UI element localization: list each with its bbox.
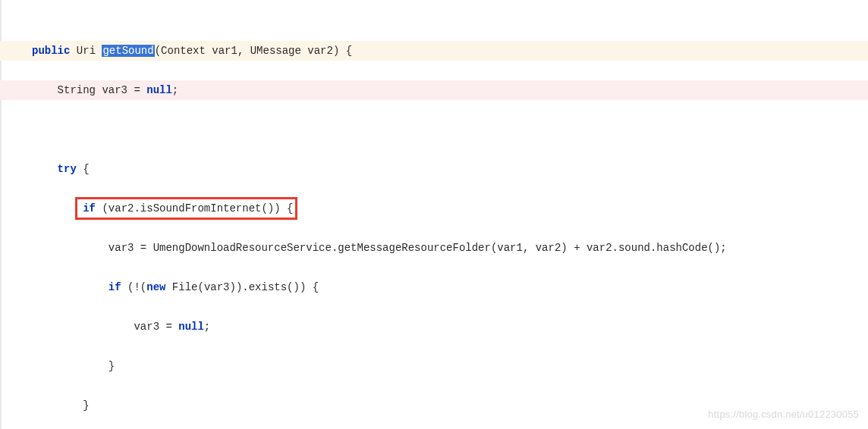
keyword-new: new	[146, 281, 165, 293]
text: (!(	[121, 281, 147, 293]
text: var3 =	[134, 321, 178, 333]
semicolon: ;	[172, 84, 178, 96]
code-line: String var3 = null;	[0, 80, 868, 100]
return-type: Uri	[77, 45, 96, 57]
condition-text: (var2.isSoundFromInternet()) {	[96, 202, 293, 214]
brace: {	[77, 163, 90, 175]
semicolon: ;	[204, 321, 210, 333]
brace: }	[83, 399, 89, 412]
keyword-public: public	[32, 45, 70, 57]
statement: var3 = UmengDownloadResourceService.getM…	[108, 242, 727, 254]
code-line-highlighted: if (var2.isSoundFromInternet()) {	[0, 199, 868, 218]
keyword-null: null	[178, 321, 204, 333]
keyword-if: if	[108, 281, 121, 293]
code-editor[interactable]: public Uri getSound(Context var1, UMessa…	[0, 0, 868, 429]
code-line: var3 = UmengDownloadResourceService.getM…	[0, 238, 868, 258]
code-line-blank	[0, 120, 868, 139]
keyword-try: try	[58, 163, 77, 175]
brace: }	[108, 360, 115, 372]
code-line: public Uri getSound(Context var1, UMessa…	[0, 41, 868, 61]
keyword-null: null	[146, 84, 172, 96]
code-line: if (!(new File(var3)).exists()) {	[0, 277, 868, 297]
method-name-selected[interactable]: getSound	[102, 45, 154, 57]
code-line: }	[0, 356, 868, 376]
highlighted-condition: if (var2.isSoundFromInternet()) {	[83, 199, 293, 218]
code-line: var3 = null;	[0, 317, 868, 337]
keyword-if: if	[83, 202, 96, 214]
code-line: }	[0, 396, 868, 415]
method-params: (Context var1, UMessage var2) {	[155, 45, 352, 57]
text: File(var3)).exists()) {	[165, 281, 319, 293]
code-line: try {	[0, 159, 868, 179]
var-decl: String var3 =	[58, 84, 147, 96]
